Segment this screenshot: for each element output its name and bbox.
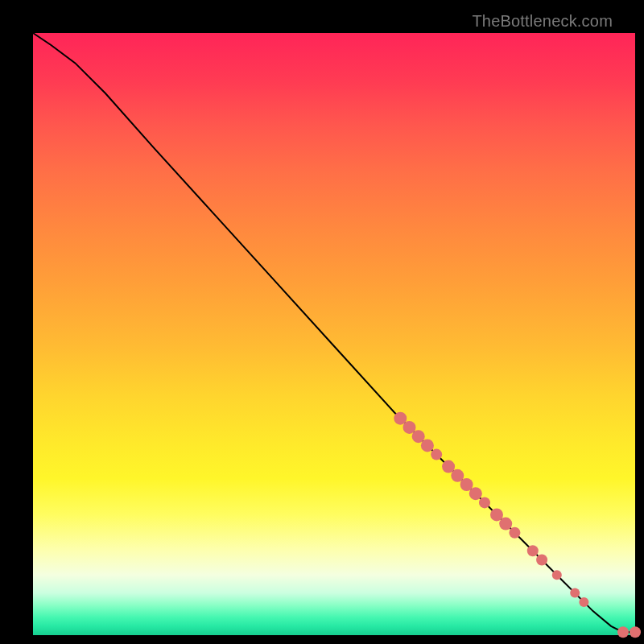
sample-point bbox=[617, 626, 629, 638]
sample-point bbox=[552, 570, 562, 580]
sample-point bbox=[499, 518, 512, 530]
sample-point bbox=[536, 555, 547, 566]
sample-point bbox=[469, 487, 482, 500]
sample-point bbox=[479, 497, 490, 508]
sample-point bbox=[509, 527, 520, 539]
sample-point bbox=[527, 545, 539, 556]
sample-point bbox=[630, 626, 641, 638]
sample-point bbox=[570, 588, 580, 598]
plot-area bbox=[33, 33, 635, 635]
sample-point bbox=[579, 597, 588, 607]
sample-points-group bbox=[394, 412, 641, 638]
attribution-label: TheBottleneck.com bbox=[472, 12, 613, 31]
chart-frame: TheBottleneck.com bbox=[12, 12, 632, 632]
sample-point bbox=[431, 449, 442, 460]
sample-point bbox=[421, 439, 434, 452]
chart-svg bbox=[33, 33, 635, 635]
bottleneck-curve bbox=[33, 33, 635, 632]
